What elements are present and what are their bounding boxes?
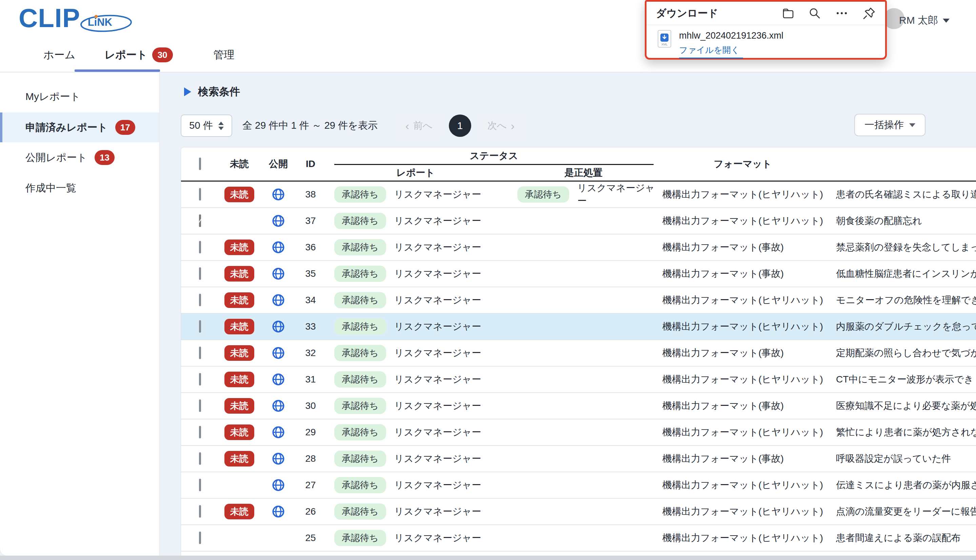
- row-title[interactable]: 内服薬のダブルチェックを怠って: [826, 320, 976, 333]
- row-title[interactable]: 呼吸器設定が誤っていた件: [826, 452, 976, 465]
- row-title[interactable]: 低血糖性脳症患者にインスリンが: [826, 267, 976, 280]
- pin-icon[interactable]: [863, 7, 876, 20]
- report-status-cell: 承認待ち リスクマネージャー: [324, 371, 507, 388]
- row-title[interactable]: 伝達ミスにより患者の薬が内服さ: [826, 479, 976, 492]
- public-globe-icon: [272, 188, 285, 201]
- report-status-cell: 承認待ち リスクマネージャー: [324, 503, 507, 520]
- chevron-down-icon: [909, 123, 915, 127]
- row-checkbox[interactable]: [199, 320, 201, 333]
- sidebar-item-submitted-reports[interactable]: 申請済みレポート 17: [0, 112, 159, 142]
- sidebar-item-drafts[interactable]: 作成中一覧: [0, 173, 159, 203]
- row-checkbox[interactable]: [199, 373, 201, 385]
- user-menu[interactable]: RM 太郎: [899, 13, 949, 27]
- more-options-icon[interactable]: [835, 7, 849, 19]
- row-checkbox[interactable]: [199, 241, 201, 253]
- row-title[interactable]: 繁忙により患者に薬が処方されな: [826, 426, 976, 439]
- row-checkbox[interactable]: [199, 188, 201, 200]
- row-id: 34: [305, 295, 316, 306]
- row-checkbox[interactable]: [199, 426, 201, 438]
- table-row[interactable]: 未読 25 承認待ち リスクマネージャー 機構出力フォーマット(ヒヤリハット) …: [181, 525, 976, 552]
- current-page-indicator[interactable]: 1: [449, 115, 471, 137]
- row-format: 機構出力フォーマット(ヒヤリハット): [660, 373, 826, 386]
- select-all-checkbox[interactable]: [199, 158, 201, 170]
- row-id: 30: [305, 400, 316, 411]
- row-checkbox[interactable]: [199, 215, 201, 227]
- row-checkbox[interactable]: [199, 479, 201, 491]
- row-title[interactable]: 定期配薬の照らし合わせで気づか: [826, 347, 976, 360]
- row-title[interactable]: CT中にモニター波形が表示でき: [826, 373, 976, 386]
- open-file-link[interactable]: ファイルを開く: [679, 43, 743, 58]
- row-title[interactable]: 点滴の流量変更をリーダーに報告: [826, 505, 976, 518]
- tab-home[interactable]: ホーム: [43, 48, 75, 62]
- row-title[interactable]: 医療知識不足により必要な薬が処: [826, 399, 976, 412]
- table-row[interactable]: 未読 31 承認待ち リスクマネージャー 機構出力フォーマット(ヒヤリハット) …: [181, 367, 976, 393]
- row-checkbox[interactable]: [199, 532, 201, 544]
- folder-icon[interactable]: [782, 7, 794, 19]
- row-checkbox[interactable]: [199, 347, 201, 359]
- download-popup-header: ダウンロード: [647, 2, 885, 25]
- search-conditions-toggle[interactable]: 検索条件: [184, 85, 240, 99]
- table-row[interactable]: 未読 26 承認待ち リスクマネージャー 機構出力フォーマット(ヒヤリハット) …: [181, 499, 976, 525]
- public-globe-icon: [272, 399, 285, 413]
- report-status-actor: リスクマネージャー: [394, 452, 481, 465]
- download-popup-actions: [782, 7, 876, 20]
- unread-badge: 未読: [224, 504, 254, 519]
- report-status-cell: 承認待ち リスクマネージャー: [324, 450, 507, 467]
- report-status-actor: リスクマネージャー: [394, 373, 481, 386]
- row-checkbox[interactable]: [199, 294, 201, 306]
- search-icon[interactable]: [809, 7, 821, 19]
- tab-admin[interactable]: 管理: [214, 48, 235, 62]
- unread-badge: 未読: [224, 451, 254, 467]
- sidebar-item-my-reports[interactable]: Myレポート: [0, 82, 159, 112]
- row-checkbox[interactable]: [199, 505, 201, 518]
- table-row[interactable]: 未読 27 承認待ち リスクマネージャー 機構出力フォーマット(ヒヤリハット) …: [181, 472, 976, 499]
- row-id: 35: [305, 268, 316, 279]
- bottom-scrollbar-track[interactable]: [0, 556, 976, 560]
- row-title[interactable]: 禁忌薬剤の登録を失念してしまっ: [826, 241, 976, 254]
- report-status-actor: リスクマネージャー: [394, 426, 481, 439]
- row-id: 32: [305, 348, 316, 358]
- select-all-checkbox-wrap: [199, 158, 201, 169]
- row-format: 機構出力フォーマット(ヒヤリハット): [660, 479, 826, 492]
- row-checkbox[interactable]: [199, 452, 201, 465]
- table-row[interactable]: 未読 32 承認待ち リスクマネージャー 機構出力フォーマット(事故) 定期配薬…: [181, 340, 976, 367]
- table-row[interactable]: 未読 34 承認待ち リスクマネージャー 機構出力フォーマット(ヒヤリハット) …: [181, 287, 976, 314]
- unread-badge: 未読: [224, 187, 254, 202]
- page-size-select[interactable]: 50 件: [180, 115, 232, 137]
- public-globe-icon: [272, 478, 285, 492]
- row-title[interactable]: 患者の氏名確認ミスによる取り違: [826, 188, 976, 201]
- table-row[interactable]: 未読 29 承認待ち リスクマネージャー 機構出力フォーマット(ヒヤリハット) …: [181, 419, 976, 446]
- table-row[interactable]: 未読 28 承認待ち リスクマネージャー 機構出力フォーマット(事故) 呼吸器設…: [181, 446, 976, 472]
- next-page-button[interactable]: 次へ ›: [480, 115, 523, 137]
- row-title[interactable]: モニターオフの危険性を理解でき: [826, 294, 976, 307]
- table-row[interactable]: 未読 37 承認待ち リスクマネージャー 機構出力フォーマット(ヒヤリハット) …: [181, 208, 976, 235]
- public-count-badge: 13: [95, 150, 115, 165]
- table-row[interactable]: 未読 33 承認待ち リスクマネージャー 機構出力フォーマット(ヒヤリハット) …: [181, 314, 976, 340]
- sidebar-item-public-reports[interactable]: 公開レポート 13: [0, 143, 159, 172]
- download-popup-title: ダウンロード: [656, 7, 719, 20]
- report-status-pill: 承認待ち: [334, 266, 386, 282]
- row-title[interactable]: 患者間違えによる薬の誤配布: [826, 532, 976, 544]
- table-row[interactable]: 未読 36 承認待ち リスクマネージャー 機構出力フォーマット(事故) 禁忌薬剤…: [181, 235, 976, 261]
- report-status-pill: 承認待ち: [334, 477, 386, 493]
- bulk-action-button[interactable]: 一括操作: [854, 114, 926, 136]
- row-checkbox[interactable]: [199, 267, 201, 280]
- public-globe-wrap: [272, 293, 285, 307]
- svg-text:XML: XML: [662, 43, 668, 46]
- corrective-status-pill: 承認待ち: [517, 186, 569, 203]
- report-status-pill: 承認待ち: [334, 318, 386, 335]
- row-title[interactable]: 朝食後薬の配膳忘れ: [826, 215, 976, 227]
- row-checkbox[interactable]: [199, 399, 201, 412]
- public-globe-icon: [272, 425, 285, 439]
- row-format: 機構出力フォーマット(事故): [660, 399, 826, 412]
- download-file-item[interactable]: XML mhlw_202402191236.xml ファイルを開く: [647, 25, 885, 58]
- prev-page-button[interactable]: ‹ 前へ: [397, 115, 441, 137]
- table-row[interactable]: 未読 38 承認待ち リスクマネージャー 承認待ち リスクマネージャー 機構出力…: [181, 182, 976, 208]
- report-status-actor: リスクマネージャー: [394, 505, 481, 518]
- tab-reports[interactable]: レポート 30: [104, 47, 172, 62]
- public-globe-icon: [272, 267, 285, 280]
- report-status-pill: 承認待ち: [334, 186, 386, 203]
- table-row[interactable]: 未読 35 承認待ち リスクマネージャー 機構出力フォーマット(事故) 低血糖性…: [181, 261, 976, 287]
- table-row[interactable]: 未読 30 承認待ち リスクマネージャー 機構出力フォーマット(事故) 医療知識…: [181, 393, 976, 419]
- row-id: 37: [305, 215, 316, 226]
